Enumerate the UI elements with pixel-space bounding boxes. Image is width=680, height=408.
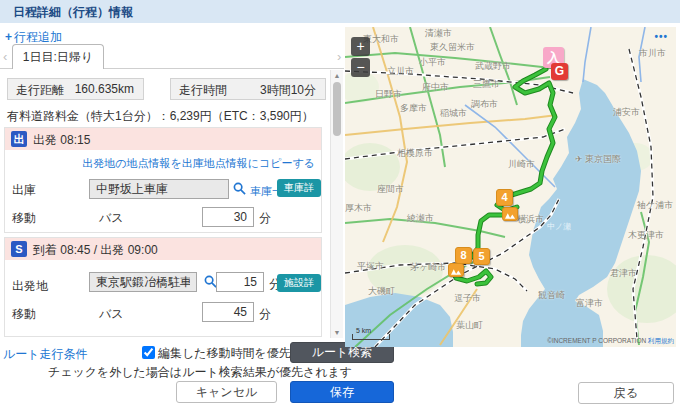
move-mode-value: バス	[99, 210, 124, 227]
map-attribution-text: ©INCREMENT P CORPORATION	[547, 337, 646, 344]
garage-input[interactable]	[89, 179, 229, 199]
plus-icon: +	[5, 30, 12, 44]
minutes-unit: 分	[259, 210, 271, 227]
move-minutes-input[interactable]	[202, 302, 254, 322]
map-attribution: ©INCREMENT P CORPORATION 利用規約	[547, 337, 674, 346]
map-marker-4[interactable]: 4	[496, 189, 513, 206]
tab-day1[interactable]: 1日目:日帰り	[12, 44, 104, 69]
stay-minutes-input[interactable]	[216, 272, 264, 292]
garage-detail-button[interactable]: 車庫詳細	[277, 179, 321, 197]
tab-scroll-left-icon[interactable]: ‹	[3, 49, 7, 64]
copy-point-info-link[interactable]: 出発地の地点情報を出庫地点情報にコピーする	[82, 156, 315, 171]
time-metric: 走行時間 3時間10分	[170, 78, 326, 100]
map-marker-layer: 入G485	[345, 27, 676, 347]
checkbox-note: チェックを外した場合はルート検索結果が優先されます	[20, 364, 380, 381]
garage-label: 出庫	[12, 182, 36, 199]
toll-fee-text: 有料道路料金（特大1台分）：6,239円（ETC：3,590円）	[7, 108, 314, 125]
time-label: 走行時間	[179, 82, 227, 99]
place-input[interactable]	[89, 272, 197, 292]
time-value: 3時間10分	[260, 82, 316, 99]
distance-label: 走行距離	[16, 82, 64, 99]
priority-checkbox-label: 編集した移動時間を優先	[158, 346, 291, 360]
map-scale: 5 km	[352, 327, 390, 340]
map-marker-mountain-icon[interactable]	[448, 263, 464, 277]
app-window: 日程詳細（行程）情報 +行程追加 ‹ 1日目:日帰り › 走行距離 160.63…	[0, 0, 680, 408]
map-zoom-out-button[interactable]: −	[351, 58, 370, 77]
minutes-unit: 分	[259, 306, 271, 323]
scroll-up-icon[interactable]: ▲	[331, 72, 343, 79]
map-zoom-in-button[interactable]: +	[351, 37, 370, 56]
distance-metric: 走行距離 160.635km	[7, 78, 144, 100]
map-more-options-icon[interactable]: •••	[654, 31, 668, 42]
map-attribution-link[interactable]: 利用規約	[648, 337, 674, 344]
stop-section-title: 到着 08:45 / 出発 09:00	[33, 242, 158, 259]
search-icon[interactable]	[233, 182, 246, 195]
departure-section-header: 出 出発 08:15	[5, 128, 321, 150]
scroll-down-icon[interactable]: ▼	[331, 329, 343, 336]
move-label: 移動	[12, 210, 36, 227]
facility-detail-button[interactable]: 施設詳細	[277, 274, 321, 292]
route-conditions-link[interactable]: ルート走行条件	[3, 346, 88, 363]
back-button[interactable]: 戻る	[578, 382, 674, 404]
move-label: 移動	[12, 306, 36, 323]
map-scale-label: 5 km	[356, 327, 390, 334]
map-scale-bar	[352, 334, 390, 340]
cancel-button[interactable]: キャンセル	[176, 381, 277, 403]
map-marker-G[interactable]: G	[551, 63, 568, 80]
page-title: 日程詳細（行程）情報	[13, 4, 133, 21]
stop-section: S 到着 08:45 / 出発 09:00 出発地 分 施設詳細 移動 バス 分	[4, 237, 322, 337]
priority-checkbox[interactable]	[142, 346, 155, 359]
departure-section: 出 出発 08:15 出発地の地点情報を出庫地点情報にコピーする 出庫 車庫一覧…	[4, 127, 322, 233]
route-map[interactable]: 東大和市清瀬市東久留米市小平市立川市武蔵野市市川市府中市三鷹市日野市調布市多摩市…	[345, 27, 676, 347]
move-minutes-input[interactable]	[202, 207, 254, 227]
scrollbar-thumb[interactable]	[333, 82, 341, 136]
departure-badge: 出	[11, 131, 27, 147]
place-label: 出発地	[12, 278, 48, 295]
map-marker-mountain-icon[interactable]	[502, 207, 518, 221]
stop-section-header: S 到着 08:45 / 出発 09:00	[5, 238, 321, 260]
title-bar: 日程詳細（行程）情報	[0, 0, 680, 23]
map-marker-8[interactable]: 8	[455, 247, 472, 264]
departure-section-title: 出発 08:15	[33, 132, 90, 149]
distance-value: 160.635km	[75, 82, 134, 96]
stop-badge: S	[11, 241, 27, 257]
move-mode-value: バス	[99, 306, 124, 323]
panel-scrollbar[interactable]: ▲ ▼	[330, 70, 343, 338]
priority-checkbox-row[interactable]: 編集した移動時間を優先	[142, 345, 291, 362]
save-button[interactable]: 保存	[290, 381, 394, 403]
map-marker-5[interactable]: 5	[473, 248, 490, 265]
tab-scroll-right-icon[interactable]: ›	[337, 49, 341, 64]
add-itinerary-label: 行程追加	[14, 30, 62, 44]
